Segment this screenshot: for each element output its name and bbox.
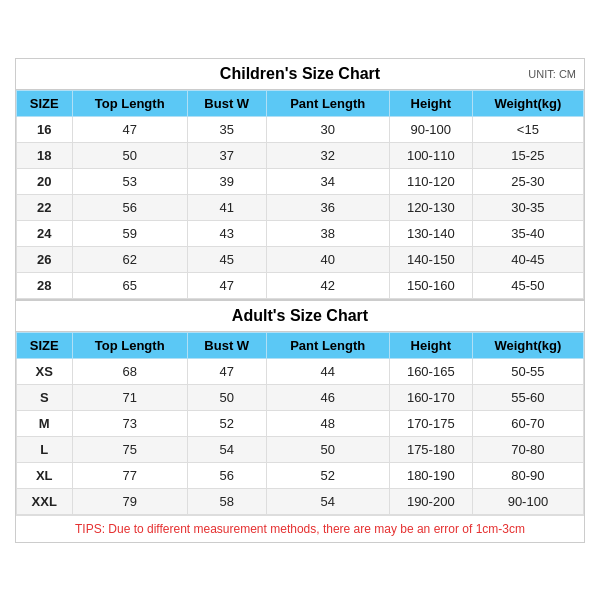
table-row: 28654742150-16045-50 bbox=[17, 272, 584, 298]
table-cell: 45-50 bbox=[472, 272, 583, 298]
table-cell: 52 bbox=[266, 462, 389, 488]
unit-label: UNIT: CM bbox=[528, 68, 576, 80]
table-cell: 68 bbox=[72, 358, 187, 384]
table-cell: 75 bbox=[72, 436, 187, 462]
table-row: S715046160-17055-60 bbox=[17, 384, 584, 410]
table-cell: 53 bbox=[72, 168, 187, 194]
table-cell: 70-80 bbox=[472, 436, 583, 462]
table-cell: 79 bbox=[72, 488, 187, 514]
table-row: XXL795854190-20090-100 bbox=[17, 488, 584, 514]
table-cell: 43 bbox=[187, 220, 266, 246]
adult-header-cell: Pant Length bbox=[266, 332, 389, 358]
adult-title: Adult's Size Chart bbox=[232, 307, 368, 324]
table-cell: M bbox=[17, 410, 73, 436]
table-cell: 175-180 bbox=[389, 436, 472, 462]
table-cell: 50-55 bbox=[472, 358, 583, 384]
table-cell: 160-170 bbox=[389, 384, 472, 410]
table-cell: 39 bbox=[187, 168, 266, 194]
table-cell: 46 bbox=[266, 384, 389, 410]
table-cell: 73 bbox=[72, 410, 187, 436]
table-cell: 28 bbox=[17, 272, 73, 298]
adult-table: SIZETop LengthBust WPant LengthHeightWei… bbox=[16, 332, 584, 515]
tips-text: TIPS: Due to different measurement metho… bbox=[16, 515, 584, 542]
adult-header-cell: Top Length bbox=[72, 332, 187, 358]
table-cell: 80-90 bbox=[472, 462, 583, 488]
table-cell: S bbox=[17, 384, 73, 410]
table-row: L755450175-18070-80 bbox=[17, 436, 584, 462]
table-row: 20533934110-12025-30 bbox=[17, 168, 584, 194]
table-cell: 62 bbox=[72, 246, 187, 272]
children-table: SIZETop LengthBust WPant LengthHeightWei… bbox=[16, 90, 584, 299]
table-cell: 44 bbox=[266, 358, 389, 384]
table-cell: 50 bbox=[187, 384, 266, 410]
children-header-cell: Bust W bbox=[187, 90, 266, 116]
table-cell: 40 bbox=[266, 246, 389, 272]
adult-thead: SIZETop LengthBust WPant LengthHeightWei… bbox=[17, 332, 584, 358]
table-cell: 56 bbox=[72, 194, 187, 220]
table-cell: 120-130 bbox=[389, 194, 472, 220]
table-cell: 50 bbox=[266, 436, 389, 462]
table-cell: 65 bbox=[72, 272, 187, 298]
table-cell: 71 bbox=[72, 384, 187, 410]
children-header-cell: Pant Length bbox=[266, 90, 389, 116]
children-title: Children's Size Chart bbox=[220, 65, 380, 82]
table-cell: 130-140 bbox=[389, 220, 472, 246]
table-cell: 150-160 bbox=[389, 272, 472, 298]
table-cell: 77 bbox=[72, 462, 187, 488]
table-cell: 47 bbox=[187, 358, 266, 384]
adult-header-cell: Height bbox=[389, 332, 472, 358]
table-cell: 52 bbox=[187, 410, 266, 436]
table-row: XS684744160-16550-55 bbox=[17, 358, 584, 384]
table-cell: 40-45 bbox=[472, 246, 583, 272]
table-cell: XXL bbox=[17, 488, 73, 514]
table-row: 22564136120-13030-35 bbox=[17, 194, 584, 220]
table-cell: 170-175 bbox=[389, 410, 472, 436]
table-row: M735248170-17560-70 bbox=[17, 410, 584, 436]
table-row: XL775652180-19080-90 bbox=[17, 462, 584, 488]
table-cell: 20 bbox=[17, 168, 73, 194]
table-cell: 56 bbox=[187, 462, 266, 488]
table-cell: 38 bbox=[266, 220, 389, 246]
table-cell: 45 bbox=[187, 246, 266, 272]
table-cell: 37 bbox=[187, 142, 266, 168]
children-header-cell: SIZE bbox=[17, 90, 73, 116]
children-tbody: 1647353090-100<1518503732100-11015-25205… bbox=[17, 116, 584, 298]
adult-header-cell: Bust W bbox=[187, 332, 266, 358]
table-cell: L bbox=[17, 436, 73, 462]
table-cell: 55-60 bbox=[472, 384, 583, 410]
table-cell: 140-150 bbox=[389, 246, 472, 272]
table-cell: <15 bbox=[472, 116, 583, 142]
table-cell: 25-30 bbox=[472, 168, 583, 194]
table-cell: 48 bbox=[266, 410, 389, 436]
table-cell: 35 bbox=[187, 116, 266, 142]
table-row: 26624540140-15040-45 bbox=[17, 246, 584, 272]
table-cell: 90-100 bbox=[389, 116, 472, 142]
table-cell: XS bbox=[17, 358, 73, 384]
children-header-cell: Top Length bbox=[72, 90, 187, 116]
children-thead: SIZETop LengthBust WPant LengthHeightWei… bbox=[17, 90, 584, 116]
adult-header-row: SIZETop LengthBust WPant LengthHeightWei… bbox=[17, 332, 584, 358]
table-cell: 54 bbox=[266, 488, 389, 514]
table-cell: 26 bbox=[17, 246, 73, 272]
table-cell: 30 bbox=[266, 116, 389, 142]
table-cell: 90-100 bbox=[472, 488, 583, 514]
adult-tbody: XS684744160-16550-55S715046160-17055-60M… bbox=[17, 358, 584, 514]
table-cell: 34 bbox=[266, 168, 389, 194]
table-cell: 160-165 bbox=[389, 358, 472, 384]
adult-header-cell: SIZE bbox=[17, 332, 73, 358]
children-header-row: SIZETop LengthBust WPant LengthHeightWei… bbox=[17, 90, 584, 116]
table-cell: 47 bbox=[72, 116, 187, 142]
table-cell: 50 bbox=[72, 142, 187, 168]
table-cell: 35-40 bbox=[472, 220, 583, 246]
size-chart: Children's Size Chart UNIT: CM SIZETop L… bbox=[15, 58, 585, 543]
table-cell: 58 bbox=[187, 488, 266, 514]
table-cell: 54 bbox=[187, 436, 266, 462]
table-cell: 180-190 bbox=[389, 462, 472, 488]
children-header-cell: Height bbox=[389, 90, 472, 116]
table-cell: 60-70 bbox=[472, 410, 583, 436]
table-cell: 42 bbox=[266, 272, 389, 298]
adult-header-cell: Weight(kg) bbox=[472, 332, 583, 358]
table-cell: 59 bbox=[72, 220, 187, 246]
table-cell: 100-110 bbox=[389, 142, 472, 168]
children-section-header: Children's Size Chart UNIT: CM bbox=[16, 59, 584, 90]
